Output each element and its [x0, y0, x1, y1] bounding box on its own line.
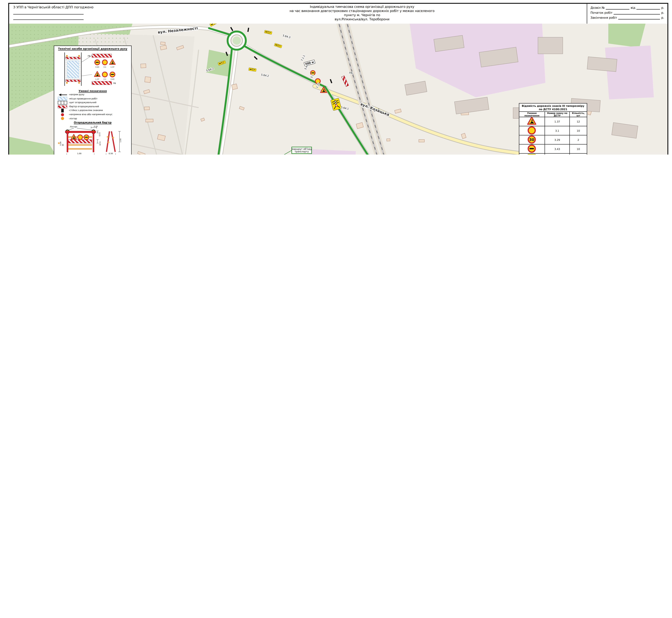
blank-line [619, 16, 660, 19]
sign-code-cell: 1.37 [545, 117, 570, 126]
sign-code-cell: 3.43 [545, 144, 570, 153]
agreement-block: З УПП в Чернігівській області ДПП погодж… [9, 4, 137, 24]
legend-symbol-row: -місце проведення робіт [56, 97, 129, 101]
permit-from-label: від [631, 6, 635, 10]
title-line-2: на час виконання довгострокових стаціона… [137, 9, 587, 13]
dim: 0.04 [59, 142, 61, 146]
legend-symbol-row: -щит огороджувальний [56, 101, 129, 105]
sign-qty-cell: 12 [570, 117, 587, 126]
blank-line [606, 6, 630, 10]
legend-symbol-icon [56, 113, 69, 117]
legend-symbol-label: -напрям руху [69, 94, 84, 96]
legend-symbol-icon [56, 97, 69, 101]
legend-title: Технічні засоби організації дорожнього р… [56, 47, 129, 50]
blank-line [614, 11, 660, 14]
permit-block: Дозвіл № від р. Початок робіт р. Закінче… [587, 4, 667, 24]
dim: 1.00 [77, 152, 81, 154]
table-title-line-1: Відомість дорожніх знаків III типорозмір… [522, 104, 584, 107]
legend-symbol-label: -місце проведення робіт [69, 98, 98, 100]
symbols-title: Умовні позначення [56, 89, 129, 92]
sign-code-cell: 3.1 [545, 126, 570, 135]
legend-symbol-label: -щит огороджувальний [69, 102, 96, 104]
title-block: З УПП в Чернігівській області ДПП погодж… [9, 4, 667, 24]
sign-icon-cell [519, 117, 545, 126]
legend-symbol-icon [56, 109, 69, 113]
signs-table-panel: Відомість дорожніх знаків III типорозмір… [519, 103, 587, 154]
legend-symbol-icon [56, 105, 69, 109]
legend-symbol-row: -напрямна віха або напрямний конус [56, 113, 129, 117]
legend-symbol-row: -бар'єр огороджувальний [56, 105, 129, 109]
legend-symbol-icon [56, 93, 69, 97]
svg-text:3.43: 3.43 [111, 78, 114, 80]
dim: 1.00 [120, 138, 122, 142]
col-symbol: Умовне позначення [519, 112, 545, 117]
svg-text:транспорту: транспорту [295, 150, 309, 153]
svg-text:маршрут об'їзду: маршрут об'їзду [292, 148, 312, 150]
barrier-drawing: Ліхтарі [56, 124, 129, 154]
svg-text:3.1: 3.1 [104, 66, 106, 68]
year-abbrev: р. [661, 16, 664, 19]
col-code: Номер знаку по ДСТУ [545, 112, 570, 117]
permit-number-label: Дозвіл № [590, 6, 604, 10]
blank-line [637, 6, 660, 10]
title-line-3: пункту м. Чернігів по [137, 13, 587, 17]
svg-text:3.1: 3.1 [104, 78, 106, 80]
legend-symbol-row: -ліхтар [56, 117, 129, 121]
signs-table-row: 3.1 10 [519, 126, 587, 135]
signs-table-row: 1.37 12 [519, 117, 587, 126]
svg-text:1.37: 1.37 [111, 66, 114, 68]
sign-qty-cell: 10 [570, 126, 587, 135]
legend-symbol-label: -ліхтар [69, 117, 77, 120]
sign-qty-cell: 3 [570, 153, 587, 154]
year-abbrev: р. [661, 11, 664, 14]
table-title-line-2: по ДСТУ 4100:2021 [539, 108, 567, 111]
signature-line [13, 9, 84, 14]
dim: 0.15 [99, 133, 101, 136]
title-line-4: вул.Ріпкинська/вул. Тероборони [137, 17, 587, 22]
sign-code-cell: 5.64.1 [545, 153, 570, 154]
legend-symbol-icon [56, 101, 69, 105]
pb-label: ПБ [113, 82, 116, 84]
sign-code-cell: 3.29 [545, 135, 570, 144]
legend-symbols: -напрям руху-місце проведення робіт-щит … [56, 93, 129, 121]
legend-symbol-icon [56, 116, 69, 121]
barrier-title: Огороджувальний бар'єр [56, 121, 129, 124]
scheme-sheet: об'їздdetourоб'їздdetourоб'їздdetourоб'ї… [0, 0, 672, 154]
sign-icon-cell [519, 126, 545, 135]
title-line-1: Індивідуальна тимчасова схема організаці… [137, 5, 587, 9]
work-end-label: Закінчення робіт [590, 16, 617, 19]
sign-icon-cell: 30 [519, 135, 545, 144]
dim: 0.20 [99, 141, 101, 145]
svg-text:3.43: 3.43 [95, 66, 99, 68]
lanterns-label: Ліхтарі [70, 126, 77, 128]
legend-symbol-label: -напрямна віха або напрямний конус [69, 113, 112, 116]
table-header: Умовне позначення Номер знаку по ДСТУ Кі… [519, 111, 587, 117]
svg-text:30: 30 [529, 137, 535, 142]
agreement-text: З УПП в Чернігівській області ДПП погодж… [13, 5, 137, 9]
signs-table-row: 5.64.1 3 [519, 153, 587, 154]
legend-symbol-label: -стійка з дорожніми знаками [69, 109, 103, 112]
year-abbrev: р. [661, 6, 664, 10]
dim: 0.15 [94, 125, 98, 127]
work-start-label: Початок робіт [590, 11, 613, 14]
sign-qty-cell: 10 [570, 144, 587, 153]
signs-table-row: 30 3.29 2 [519, 135, 587, 144]
signature-line [13, 14, 84, 20]
signs-table-row: 3.43 10 [519, 144, 587, 153]
scheme-title: Індивідуальна тимчасова схема організаці… [137, 4, 587, 24]
legend-symbol-row: -стійка з дорожніми знаками [56, 109, 129, 113]
sign-qty-cell: 2 [570, 135, 587, 144]
dim: 0.50 [109, 152, 113, 154]
col-qty: Кількість, шт [570, 112, 587, 117]
svg-text:1.37: 1.37 [95, 78, 99, 80]
pb-label: ПБ [88, 55, 90, 57]
sign-code-label: ПБ [349, 72, 353, 74]
sign-icon-cell [519, 153, 545, 154]
legend-symbol-label: -бар'єр огороджувальний [69, 105, 99, 108]
legend-panel: Технічні засоби організації дорожнього р… [54, 45, 132, 154]
work-zone-diagram: ПБ 3.433.11.37 1.373.13.43 ПБ [56, 51, 129, 87]
sign-icon-cell [519, 144, 545, 153]
legend-symbol-row: -напрям руху [56, 93, 129, 97]
